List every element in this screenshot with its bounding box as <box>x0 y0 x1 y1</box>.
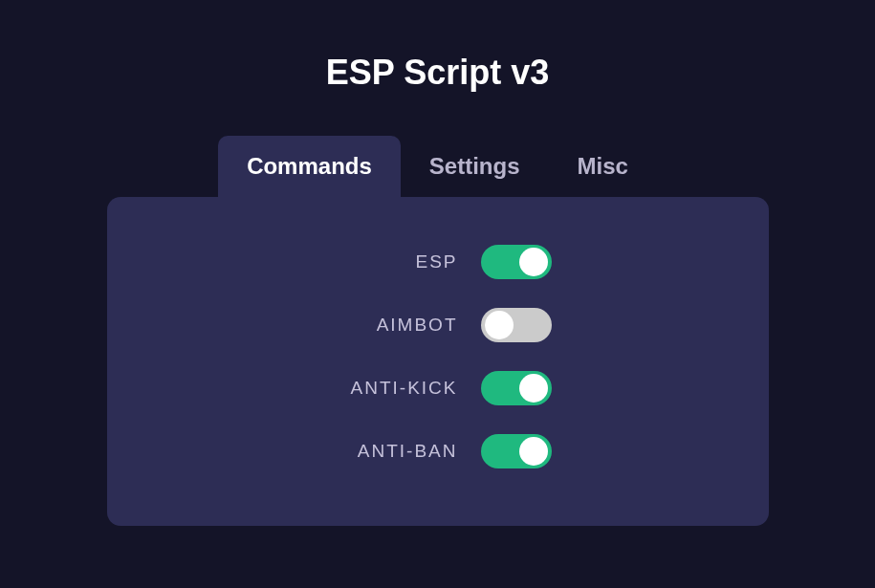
tab-bar: Commands Settings Misc <box>218 136 657 197</box>
command-label: ANTI-BAN <box>324 441 458 462</box>
toggle-knob <box>519 437 548 466</box>
main-container: Commands Settings Misc ESP AIMBOT ANTI-K… <box>107 136 769 526</box>
command-row: AIMBOT <box>145 308 731 342</box>
command-label: AIMBOT <box>324 315 458 336</box>
command-label: ANTI-KICK <box>324 378 458 399</box>
page-title: ESP Script v3 <box>326 53 549 93</box>
tab-label: Misc <box>578 153 628 179</box>
tab-settings[interactable]: Settings <box>401 136 549 197</box>
command-row: ANTI-BAN <box>145 434 731 468</box>
tab-label: Settings <box>429 153 520 179</box>
tab-misc[interactable]: Misc <box>549 136 657 197</box>
commands-panel: ESP AIMBOT ANTI-KICK ANTI-BAN <box>107 197 769 526</box>
toggle-knob <box>519 374 548 403</box>
toggle-anti-kick[interactable] <box>481 371 552 405</box>
tab-commands[interactable]: Commands <box>218 136 401 197</box>
command-row: ESP <box>145 245 731 279</box>
toggle-aimbot[interactable] <box>481 308 552 342</box>
command-row: ANTI-KICK <box>145 371 731 405</box>
toggle-esp[interactable] <box>481 245 552 279</box>
command-label: ESP <box>324 251 458 272</box>
toggle-knob <box>485 311 514 339</box>
toggle-knob <box>519 248 548 276</box>
toggle-anti-ban[interactable] <box>481 434 552 468</box>
tab-label: Commands <box>247 153 372 179</box>
